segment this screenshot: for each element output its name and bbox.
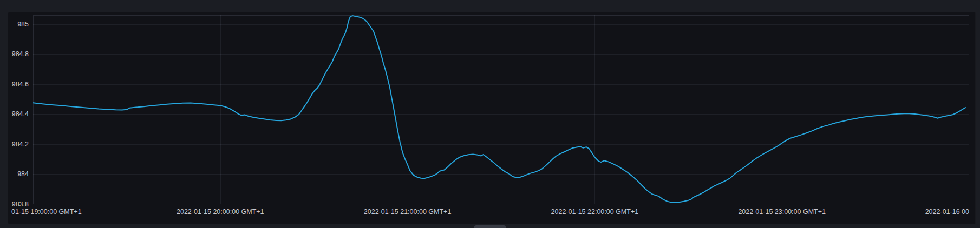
dashboard-background: 983.8984984.2984.4984.6984.8985 01-15 19… (0, 0, 980, 228)
x-axis: 01-15 19:00:00 GMT+12022-01-15 20:00:00 … (0, 208, 980, 217)
line-chart[interactable] (33, 15, 969, 204)
x-tick-label: 01-15 19:00:00 GMT+1 (11, 208, 82, 216)
y-tick-label: 984.6 (12, 81, 29, 88)
x-tick-label: 2022-01-15 23:00:00 GMT+1 (738, 208, 826, 216)
y-tick-label: 984.8 (12, 50, 29, 58)
x-tick-label: 2022-01-15 20:00:00 GMT+1 (177, 208, 264, 216)
y-tick-label: 983.8 (12, 200, 29, 208)
x-tick-label: 2022-01-15 22:00:00 GMT+1 (551, 208, 639, 216)
y-tick-label: 984.2 (12, 140, 29, 148)
y-tick-label: 984 (17, 170, 29, 178)
y-tick-label: 985 (17, 21, 29, 28)
y-axis: 983.8984984.2984.4984.6984.8985 (0, 0, 29, 228)
x-tick-label: 2022-01-16 00 (925, 208, 969, 216)
y-tick-label: 984.4 (12, 110, 29, 118)
x-tick-label: 2022-01-15 21:00:00 GMT+1 (364, 208, 452, 216)
horizontal-scrollbar-thumb[interactable] (474, 225, 506, 228)
